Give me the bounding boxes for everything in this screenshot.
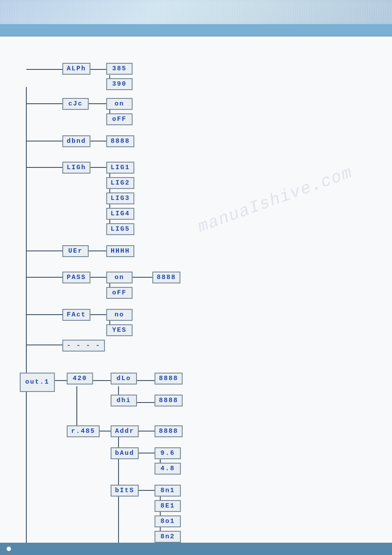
node-dlo: dLo [111,373,137,385]
node-yes: YES [106,324,133,336]
node-out1: out.1 [20,373,55,392]
node-390: 390 [106,78,133,90]
diagram-lines [9,50,386,555]
node-385: 385 [106,63,133,75]
node-8888-pass: 8888 [152,272,180,283]
node-48: 4.8 [155,463,181,475]
node-lig5: LIG5 [106,223,134,235]
footer [0,543,392,555]
node-8n2: 8n2 [155,531,181,543]
node-lig1: LIG1 [106,162,134,174]
node-pass: PASS [62,272,90,283]
node-alph: ALPh [62,63,90,75]
node-96: 9.6 [155,447,181,459]
node-cjc: cJc [62,98,89,110]
node-on1: on [106,98,133,110]
node-off2: oFF [106,287,133,299]
node-r485: r.485 [67,425,100,437]
node-8o1: 8o1 [155,515,181,527]
title-bar [0,24,392,36]
node-off1: oFF [106,113,133,125]
node-bits: bItS [111,485,139,497]
node-dhi: dhi [111,395,137,406]
diagram: ALPh 385 390 cJc on oFF dbnd 8888 LIGh L… [9,50,386,533]
node-ligh: LIGh [62,162,90,174]
header-banner [0,0,392,24]
node-lig2: LIG2 [106,177,134,189]
main-content: manuaIshive.com [0,36,392,546]
node-8e1: 8E1 [155,500,181,512]
node-lig3: LIG3 [106,192,134,204]
node-dbnd: dbnd [62,135,90,147]
node-dash1: - - - - [62,340,105,352]
node-addr: Addr [111,425,139,437]
node-uer: UEr [62,245,89,257]
node-8888-dhi: 8888 [155,395,183,406]
node-no: no [106,309,133,321]
node-420: 420 [67,373,93,385]
node-8888-addr: 8888 [155,425,183,437]
footer-dot [7,547,11,551]
node-8n1: 8n1 [155,485,181,497]
node-on2: on [106,272,133,283]
node-fact: FAct [62,309,90,321]
node-8888-dbnd: 8888 [106,135,134,147]
node-lig4: LIG4 [106,208,134,220]
node-baud: bAud [111,447,139,459]
node-hhhh: HHHH [106,245,134,257]
node-8888-dlo: 8888 [155,373,183,385]
